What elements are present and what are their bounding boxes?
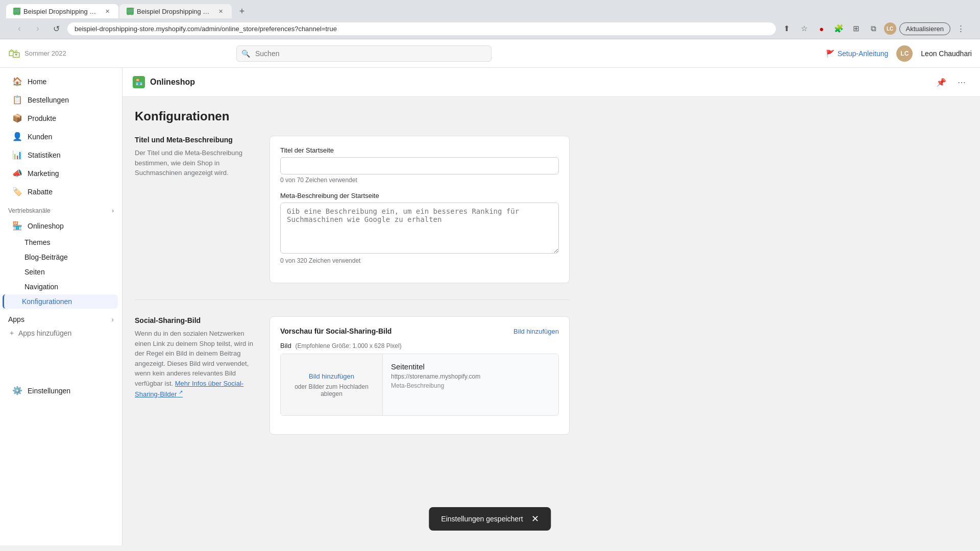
content-header-left: 🏪 Onlineshop: [133, 76, 195, 88]
sidebar-item-label-onlineshop: Onlineshop: [28, 222, 64, 230]
social-mockup: Seitentitel https://storename.myshopify.…: [383, 354, 558, 415]
search-area: 🔍: [236, 45, 492, 62]
tab-close-1[interactable]: ✕: [103, 7, 111, 15]
add-apps-button[interactable]: ＋ Apps hinzufügen: [0, 325, 122, 341]
page-content: Konfigurationen Titel und Meta-Beschreib…: [122, 97, 582, 463]
meta-description-input[interactable]: [280, 203, 559, 254]
sidebar-item-label-bestellungen: Bestellungen: [28, 96, 69, 104]
sidebar-item-kunden[interactable]: 👤 Kunden: [4, 128, 118, 145]
bild-label: Bild: [280, 342, 291, 349]
bookmark-icon[interactable]: ☆: [797, 21, 812, 36]
tab-favicon-2: 🛒: [127, 8, 134, 15]
sidebar-item-einstellungen[interactable]: ⚙️ Einstellungen: [4, 382, 118, 399]
browser-user-avatar: LC: [884, 22, 896, 35]
apps-label: Apps: [8, 315, 24, 323]
sidebar-item-label-produkte: Produkte: [28, 114, 56, 122]
home-icon: 🏠: [12, 77, 22, 86]
sidebar-sub-themes[interactable]: Themes: [4, 235, 118, 249]
pin-button[interactable]: 📌: [933, 74, 949, 90]
bild-hint: (Empfohlene Größe: 1.000 x 628 Pixel): [296, 342, 402, 349]
shopify-version: Sommer 2022: [24, 49, 66, 57]
expand-icon[interactable]: ›: [112, 207, 114, 214]
update-button[interactable]: Aktualisieren: [899, 22, 950, 35]
form-group-meta: Meta-Beschreibung der Startseite 0 von 3…: [280, 192, 559, 264]
browser-tab-1[interactable]: 🛒 Beispiel Dropshipping Store · ... ✕: [6, 4, 118, 18]
channel-icon: 🏪: [133, 76, 145, 88]
image-upload-area[interactable]: Bild hinzufügen oder Bilder zum Hochlade…: [281, 354, 383, 415]
browser-tab-2[interactable]: 🛒 Beispiel Dropshipping Store ✕: [119, 4, 232, 18]
opera-icon[interactable]: ●: [815, 21, 829, 36]
field2-label: Meta-Beschreibung der Startseite: [280, 192, 559, 199]
field1-label: Titel der Startseite: [280, 146, 559, 154]
sidebar-sub-blog[interactable]: Blog-Beiträge: [4, 250, 118, 264]
section-title-meta-form: Titel der Startseite 0 von 70 Zeichen ve…: [270, 136, 570, 283]
toast-close-button[interactable]: ✕: [531, 514, 539, 523]
app-wrapper: 🛍 Sommer 2022 🔍 🚩 Setup-Anleitung LC Leo…: [0, 39, 980, 545]
sidebar-item-label-marketing: Marketing: [28, 169, 59, 178]
sidebar-item-produkte[interactable]: 📦 Produkte: [4, 109, 118, 127]
sidebar-item-statistiken[interactable]: 📊 Statistiken: [4, 146, 118, 164]
shopify-logo-icon: 🛍: [8, 46, 20, 61]
form-group-title: Titel der Startseite 0 von 70 Zeichen ve…: [280, 146, 559, 184]
toast-notification: Einstellungen gespeichert ✕: [429, 507, 551, 531]
search-input[interactable]: [236, 45, 492, 62]
tab-title-2: Beispiel Dropshipping Store: [137, 8, 213, 15]
sidebar-item-label-rabatte: Rabatte: [28, 188, 53, 196]
share-icon[interactable]: ⬆: [780, 21, 794, 36]
page-title: Konfigurationen: [135, 109, 570, 123]
reload-button[interactable]: ↺: [49, 21, 63, 36]
new-tab-button[interactable]: +: [235, 4, 249, 18]
tab-close-2[interactable]: ✕: [216, 7, 225, 15]
more-options-button[interactable]: ⋯: [953, 74, 970, 90]
split-icon[interactable]: ⧉: [867, 21, 881, 36]
flag-icon: 🚩: [826, 49, 835, 58]
sidebar-item-label-statistiken: Statistiken: [28, 151, 61, 159]
section-desc-1: Der Titel und die Meta-Beschreibung best…: [135, 148, 257, 178]
mockup-desc: Meta-Beschreibung: [391, 382, 550, 389]
url-bar[interactable]: [67, 22, 776, 35]
sidebar-item-onlineshop[interactable]: 🏪 Onlineshop: [4, 217, 118, 235]
sidebar-sub-konfigurationen[interactable]: Konfigurationen: [3, 294, 118, 309]
homepage-title-input[interactable]: [280, 157, 559, 174]
sidebar-sub-navigation[interactable]: Navigation: [4, 280, 118, 294]
analytics-icon: 📊: [12, 150, 22, 160]
topbar-right: 🚩 Setup-Anleitung LC Leon Chaudhari: [826, 45, 972, 62]
forward-button[interactable]: ›: [31, 21, 45, 36]
menu-icon[interactable]: ⋮: [953, 21, 968, 36]
grid-icon[interactable]: ⊞: [849, 21, 864, 36]
settings-icon: ⚙️: [12, 386, 22, 395]
back-button[interactable]: ‹: [12, 21, 27, 36]
orders-icon: 📋: [12, 95, 22, 105]
settings-label: Einstellungen: [28, 387, 70, 395]
sidebar-item-marketing[interactable]: 📣 Marketing: [4, 164, 118, 182]
extensions-icon[interactable]: 🧩: [832, 21, 846, 36]
search-icon: 🔍: [241, 49, 250, 58]
shopify-logo: 🛍 Sommer 2022: [8, 46, 66, 61]
section-divider-1: [135, 299, 570, 300]
avatar: LC: [896, 45, 913, 62]
tab-title-1: Beispiel Dropshipping Store · ...: [23, 8, 100, 15]
field1-hint: 0 von 70 Zeichen verwendet: [280, 177, 559, 184]
apps-expand-icon[interactable]: ›: [111, 315, 114, 323]
upload-or-text: oder Bilder zum Hochladen ablegen: [291, 383, 372, 397]
bild-group: Bild (Empfohlene Größe: 1.000 x 628 Pixe…: [280, 341, 559, 416]
user-name: Leon Chaudhari: [921, 49, 972, 58]
add-image-link[interactable]: Bild hinzufügen: [513, 328, 559, 335]
sidebar-item-label-home: Home: [28, 78, 46, 86]
sidebar-sub-seiten[interactable]: Seiten: [4, 265, 118, 279]
section-heading-2: Social-Sharing-Bild: [135, 316, 257, 324]
mockup-url: https://storename.myshopify.com: [391, 373, 550, 380]
social-preview-header: Vorschau für Social-Sharing-Bild Bild hi…: [280, 327, 559, 335]
tab-favicon-1: 🛒: [13, 8, 20, 15]
section-desc-2: Wenn du in den sozialen Netzwerken einen…: [135, 329, 257, 399]
sidebar-item-bestellungen[interactable]: 📋 Bestellungen: [4, 91, 118, 109]
upload-image-button[interactable]: Bild hinzufügen: [309, 372, 354, 380]
setup-label: Setup-Anleitung: [838, 49, 889, 58]
toast-message: Einstellungen gespeichert: [441, 515, 523, 523]
sidebar: 🏠 Home 📋 Bestellungen 📦 Produkte 👤 Kunde…: [0, 68, 122, 545]
sidebar-item-home[interactable]: 🏠 Home: [4, 72, 118, 90]
sidebar-item-rabatte[interactable]: 🏷️ Rabatte: [4, 183, 118, 201]
sales-channels-header: Vertriebskanäle ›: [0, 201, 122, 216]
sales-channels-label: Vertriebskanäle: [8, 207, 51, 214]
setup-button[interactable]: 🚩 Setup-Anleitung: [826, 49, 889, 58]
